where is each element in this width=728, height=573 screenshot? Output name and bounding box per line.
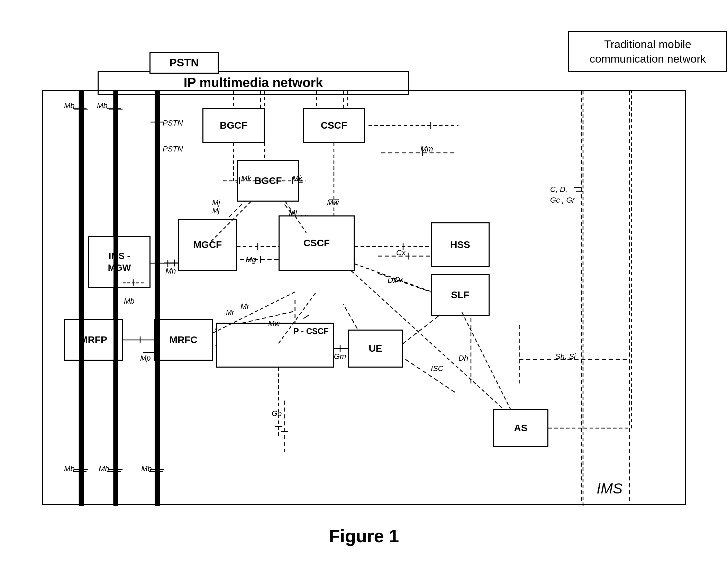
bgcf-top-label: BGCF xyxy=(220,120,247,131)
mrfc-label: MRFC xyxy=(170,334,198,345)
mb-label-2: Mb xyxy=(97,101,108,110)
mgcf-box: MGCF xyxy=(178,219,237,271)
mg-label: Mg xyxy=(246,255,256,264)
svg-line-87 xyxy=(462,312,510,409)
mk-label-2: Mk xyxy=(292,174,302,183)
mr-label: Mr xyxy=(240,302,249,311)
figure-caption: Figure 1 xyxy=(42,526,686,546)
slf-box: SLF xyxy=(431,274,490,316)
page: IP multimedia network Traditional mobile… xyxy=(0,0,728,573)
mrfc-box: MRFC xyxy=(154,319,213,361)
mn-label: Mn xyxy=(165,267,176,276)
ip-multimedia-label: IP multimedia network xyxy=(184,75,323,90)
svg-rect-49 xyxy=(155,91,160,506)
bgcf-top-box: BGCF xyxy=(202,108,265,143)
as-box: AS xyxy=(493,409,548,447)
mb-label-5: Mb xyxy=(141,464,152,473)
mw-label-2: Mw xyxy=(268,319,280,328)
dx-label: Dx xyxy=(388,276,397,285)
hss-label: HSS xyxy=(450,239,470,250)
cscf-top-label: CSCF xyxy=(321,120,347,131)
hss-box: HSS xyxy=(431,222,490,267)
gm-label: Gm xyxy=(334,352,346,361)
mb-label-3: Mb xyxy=(64,464,75,473)
pstn-top-box: PSTN xyxy=(149,52,219,74)
svg-line-81 xyxy=(303,315,309,318)
traditional-network-label: Traditional mobilecommunication network xyxy=(590,38,706,65)
svg-line-24 xyxy=(378,273,436,294)
ims-mgw-label: IMS -MGW xyxy=(108,250,131,274)
svg-text:Mr: Mr xyxy=(226,308,235,316)
mb-label-4: Mb xyxy=(99,464,109,473)
mb-label-6: Mb xyxy=(124,297,135,306)
ue-box: UE xyxy=(348,330,403,368)
as-label: AS xyxy=(514,423,528,434)
ims-mgw-box: IMS -MGW xyxy=(88,236,151,288)
pstn-top-label: PSTN xyxy=(169,56,199,69)
connections-svg: .dashed { stroke: #000; stroke-width: 2.… xyxy=(43,91,685,504)
cx-label: Cx xyxy=(396,248,406,257)
cscf-main-label: CSCF xyxy=(303,238,330,249)
mm-label: Mm xyxy=(420,145,433,154)
mgcf-label: MGCF xyxy=(193,239,222,250)
pstn-iface-label-1: PSTN xyxy=(163,119,183,128)
lines-svg xyxy=(43,91,685,504)
c-d-gc-gr-label: C, D,Gc , Gr xyxy=(550,184,575,206)
bgcf-mid-label: BGCF xyxy=(254,175,282,186)
p-cscf-label: P - CSCF xyxy=(293,326,329,336)
isc-label: ISC xyxy=(431,364,444,373)
cscf-top-box: CSCF xyxy=(303,108,365,143)
ue-label: UE xyxy=(369,343,382,354)
mrfp-box: MRFP xyxy=(64,319,123,361)
mi-label: Mi xyxy=(289,209,297,218)
mw-label-1: Mw xyxy=(327,198,339,207)
traditional-network-box: Traditional mobilecommunication network xyxy=(568,31,727,72)
mj-label: Mj xyxy=(212,198,220,207)
slf-label: SLF xyxy=(451,289,470,301)
ims-outer-box: .dashed { stroke: #000; stroke-width: 2.… xyxy=(42,90,686,505)
svg-text:Mj: Mj xyxy=(212,207,220,214)
ims-label: IMS xyxy=(597,480,622,497)
pstn-iface-label-2: PSTN xyxy=(163,145,183,154)
go-label: Go xyxy=(272,409,282,418)
svg-rect-47 xyxy=(79,91,84,506)
cscf-main-box: CSCF xyxy=(279,215,355,271)
svg-rect-48 xyxy=(113,91,118,506)
mrfp-label: MRFP xyxy=(80,334,107,345)
mb-label-1: Mb xyxy=(64,101,75,110)
p-cscf-box: P - CSCF xyxy=(216,323,334,368)
diagram-container: IP multimedia network Traditional mobile… xyxy=(21,14,707,546)
sh-si-label: Sh, Si xyxy=(555,352,576,361)
mp-label: Mp xyxy=(140,354,151,363)
dh-label: Dh xyxy=(458,354,468,363)
mk-label-1: Mk xyxy=(241,174,251,183)
